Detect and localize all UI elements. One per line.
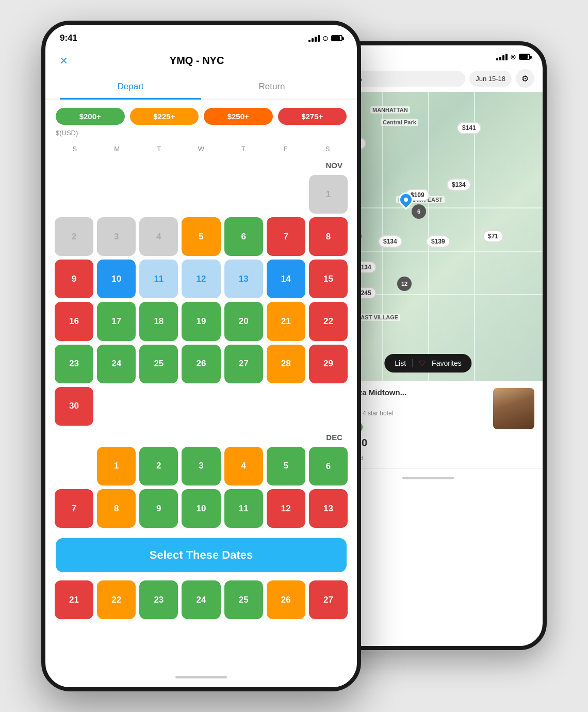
- dec-day-13[interactable]: 13: [309, 489, 348, 528]
- filter-button[interactable]: ⚙: [516, 69, 534, 88]
- nov-day-17[interactable]: 17: [97, 302, 136, 341]
- heart-icon: ♡: [419, 359, 426, 367]
- map-bottom-bar: List ♡ Favorites: [384, 354, 471, 373]
- nov-day-20[interactable]: 20: [224, 302, 263, 341]
- signal-icon: [308, 35, 320, 42]
- nov-day-10[interactable]: 10: [97, 260, 136, 298]
- dec-grid: 1 2 3 4 5 6 7 8 9 10 11 12 13: [45, 444, 357, 531]
- nov-day-21[interactable]: 21: [267, 302, 305, 341]
- nov-day-22[interactable]: 22: [309, 302, 348, 341]
- nov-day-15[interactable]: 15: [309, 260, 348, 298]
- nov-day-29[interactable]: 29: [309, 345, 348, 383]
- nov-day-19[interactable]: 19: [182, 302, 220, 341]
- price-134a[interactable]: $134: [447, 179, 471, 191]
- status-time: 9:41: [60, 33, 77, 43]
- scene: ⊜ k, NY, USA Jun 15-18 ⚙: [41, 21, 547, 691]
- favorites-label[interactable]: Favorites: [432, 359, 462, 367]
- dec-day-7[interactable]: 7: [55, 489, 93, 528]
- front-status-icons: ⊜: [308, 34, 342, 42]
- month-nov: NOV: [45, 157, 357, 172]
- legend-200: $200+: [56, 108, 125, 125]
- nov-empty-5: [224, 175, 263, 214]
- dec-day-21[interactable]: 21: [55, 580, 93, 619]
- dec-day-1[interactable]: 1: [97, 447, 136, 486]
- nov-day-8[interactable]: 8: [309, 217, 348, 256]
- dec-day-12[interactable]: 12: [267, 489, 305, 528]
- dec-day-2[interactable]: 2: [139, 447, 178, 486]
- tab-depart[interactable]: Depart: [60, 75, 201, 100]
- calendar-header: × YMQ - NYC: [45, 47, 357, 75]
- nov-day-9[interactable]: 9: [55, 260, 93, 298]
- nov-day-3[interactable]: 3: [97, 217, 136, 256]
- hotel-image: [493, 388, 534, 429]
- price-71[interactable]: $71: [483, 230, 503, 242]
- map-label-village: EAST VILLAGE: [355, 314, 400, 321]
- nov-day-1[interactable]: 1: [309, 175, 348, 214]
- dec-day-11[interactable]: 11: [224, 489, 263, 528]
- dec-day-5[interactable]: 5: [267, 447, 305, 486]
- nov-day-13[interactable]: 13: [224, 260, 263, 298]
- price-139[interactable]: $139: [426, 235, 450, 248]
- nov-day-28[interactable]: 28: [267, 345, 305, 383]
- nov-empty-1: [55, 175, 93, 214]
- nov-day-27[interactable]: 27: [224, 345, 263, 383]
- list-label[interactable]: List: [395, 359, 406, 367]
- nov-empty-3: [139, 175, 178, 214]
- dec-day-26[interactable]: 26: [267, 580, 305, 619]
- nov-empty-4: [182, 175, 220, 214]
- dec-day-9[interactable]: 9: [139, 489, 178, 528]
- nov-day-5[interactable]: 5: [182, 217, 220, 256]
- hotel-star-label: 4 star hotel: [363, 410, 393, 417]
- dates-input[interactable]: Jun 15-18: [469, 71, 512, 87]
- wifi-icon: ⊜: [510, 53, 516, 61]
- nov-empty-6: [267, 175, 305, 214]
- nov-day-4[interactable]: 4: [139, 217, 178, 256]
- dec-day-25[interactable]: 25: [224, 580, 263, 619]
- battery-icon: [331, 35, 342, 41]
- nov-day-16[interactable]: 16: [55, 302, 93, 341]
- close-button[interactable]: ×: [60, 54, 68, 67]
- nov-day-23[interactable]: 23: [55, 345, 93, 383]
- legend-275: $275+: [278, 108, 347, 125]
- tab-return[interactable]: Return: [201, 75, 342, 99]
- nov-day-6[interactable]: 6: [224, 217, 263, 256]
- day-f: F: [265, 143, 307, 155]
- day-s1: S: [54, 143, 96, 155]
- nov-day-7[interactable]: 7: [267, 217, 305, 256]
- back-status-icons: ⊜: [496, 53, 530, 61]
- dec-day-22[interactable]: 22: [97, 580, 136, 619]
- map-cluster-12[interactable]: 12: [397, 277, 412, 291]
- legend-250: $250+: [204, 108, 273, 125]
- dec-day-23[interactable]: 23: [139, 580, 178, 619]
- day-w: W: [180, 143, 222, 155]
- nov-day-11[interactable]: 11: [139, 260, 178, 298]
- dec-empty-1: [55, 447, 93, 486]
- select-dates-button[interactable]: Select These Dates: [56, 538, 347, 572]
- wifi-icon: ⊜: [322, 34, 329, 42]
- price-134b[interactable]: $134: [378, 235, 402, 248]
- dec-day-10[interactable]: 10: [182, 489, 220, 528]
- nov-day-12[interactable]: 12: [182, 260, 220, 298]
- nov-day-24[interactable]: 24: [97, 345, 136, 383]
- dec-day-6[interactable]: 6: [309, 447, 348, 486]
- map-label-central-park: Central Park: [381, 119, 418, 126]
- battery-icon: [519, 54, 530, 60]
- map-cluster-6[interactable]: 6: [412, 204, 426, 219]
- dec-day-27[interactable]: 27: [309, 580, 348, 619]
- nov-day-2[interactable]: 2: [55, 217, 93, 256]
- nov-day-26[interactable]: 26: [182, 345, 220, 383]
- nov-day-25[interactable]: 25: [139, 345, 178, 383]
- day-t1: T: [138, 143, 180, 155]
- price-141[interactable]: $141: [457, 122, 481, 134]
- front-status-bar: 9:41 ⊜: [45, 25, 357, 47]
- signal-icon: [496, 54, 508, 60]
- nov-day-18[interactable]: 18: [139, 302, 178, 341]
- dec-day-3[interactable]: 3: [182, 447, 220, 486]
- nov-grid: 1 2 3 4 5 6 7 8 9 10 11 12 13 14 15 16 1…: [45, 172, 357, 429]
- nov-day-30[interactable]: 30: [55, 387, 93, 426]
- day-t2: T: [222, 143, 265, 155]
- dec-day-4[interactable]: 4: [224, 447, 263, 486]
- dec-day-8[interactable]: 8: [97, 489, 136, 528]
- nov-day-14[interactable]: 14: [267, 260, 305, 298]
- dec-day-24[interactable]: 24: [182, 580, 220, 619]
